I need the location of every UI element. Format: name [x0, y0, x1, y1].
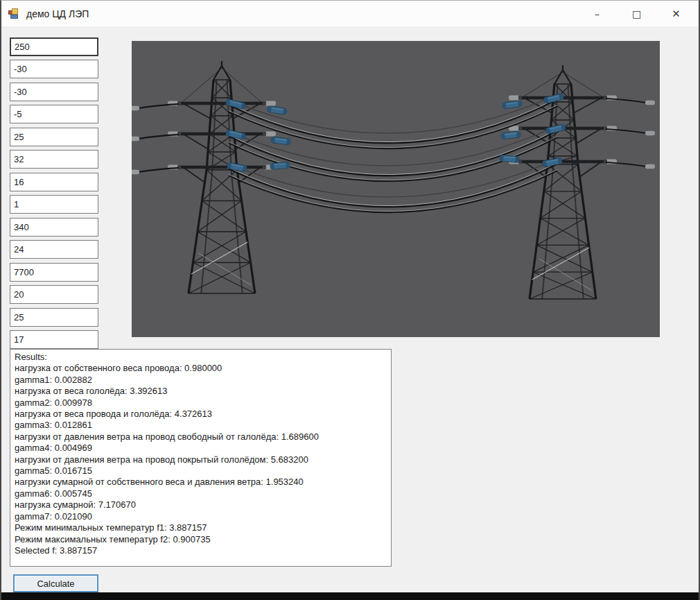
param-input-3[interactable] [10, 83, 98, 101]
window-bottom-edge [1, 592, 699, 600]
param-input-4[interactable] [10, 105, 98, 123]
results-line: нагрузка от собственного веса провода: 0… [15, 363, 387, 374]
results-line: нагрузка сумарной: 7.170670 [15, 499, 387, 511]
param-input-12[interactable] [10, 285, 98, 304]
results-line: нагрузки сумарной от собственного веса и… [15, 477, 387, 488]
minimize-button[interactable]: – [577, 1, 617, 26]
param-input-8[interactable] [10, 195, 98, 214]
results-line: gamma6: 0.005745 [15, 488, 387, 499]
param-input-2[interactable] [10, 60, 98, 78]
window-title: демо ЦД ЛЭП [26, 8, 89, 19]
param-input-9[interactable] [10, 218, 98, 237]
results-line: Режим максимальных температур f2: 0.9007… [15, 534, 387, 545]
results-line: нагрузки от давления ветра на провод сво… [15, 431, 387, 443]
results-line: gamma3: 0.012861 [15, 420, 387, 431]
app-icon [8, 8, 20, 19]
results-line: Results: [15, 352, 387, 363]
param-input-7[interactable] [10, 173, 98, 191]
results-line: Selected f: 3.887157 [15, 545, 387, 556]
close-button[interactable]: ✕ [656, 1, 696, 26]
results-line: нагрузка от веса провода и гололёда: 4.3… [15, 409, 387, 420]
maximize-button[interactable]: □ [617, 1, 656, 26]
results-line: gamma7: 0.021090 [15, 511, 387, 522]
results-line: gamma1: 0.002882 [15, 375, 387, 386]
app-icon-blue-square [10, 15, 18, 19]
results-box[interactable]: Results: нагрузка от собственного веса п… [10, 349, 392, 567]
results-line: нагрузки от давления ветра на провод пок… [15, 454, 387, 465]
results-line: gamma5: 0.016715 [15, 465, 387, 477]
render-panel [132, 41, 660, 337]
param-input-14[interactable] [10, 330, 98, 349]
param-input-13[interactable] [10, 308, 98, 327]
results-line: gamma2: 0.009978 [15, 397, 387, 409]
app-window: демо ЦД ЛЭП – □ ✕ Results: нагрузка от с… [0, 0, 700, 600]
param-input-10[interactable] [10, 240, 98, 259]
window-controls: – □ ✕ [577, 1, 699, 26]
results-line: нагрузка от веса гололёда: 3.392613 [15, 386, 387, 397]
param-input-6[interactable] [10, 150, 98, 169]
titlebar: демо ЦД ЛЭП – □ ✕ [1, 1, 699, 26]
calculate-button[interactable]: Calculate [13, 574, 98, 592]
param-input-11[interactable] [10, 263, 98, 282]
param-input-1[interactable] [10, 37, 98, 56]
app-icon-yellow-square [12, 8, 18, 15]
results-line: Режим минимальных температур f1: 3.88715… [15, 522, 387, 533]
results-line: gamma4: 0.004969 [15, 443, 387, 454]
param-input-5[interactable] [10, 128, 98, 146]
